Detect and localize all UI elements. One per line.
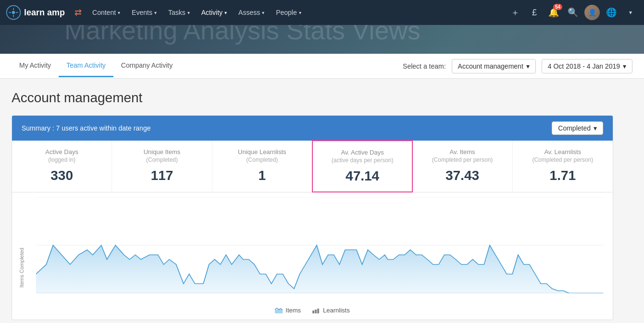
stat-av-active-days: Av. Active Days (active days per person)…	[312, 140, 413, 192]
stat-label: Unique Learnlists	[217, 148, 307, 156]
tab-my-activity[interactable]: My Activity	[12, 55, 59, 77]
stat-sublabel: (Completed per person)	[518, 156, 608, 163]
summary-text: Summary : 7 users active within date ran…	[22, 124, 150, 132]
nav-icons: ＋ £ 🔔 54 🔍 👤 🌐 ▾	[508, 5, 638, 20]
nav-assess[interactable]: Assess ▾	[234, 0, 269, 25]
stat-sublabel: (Completed per person)	[417, 156, 507, 163]
shuffle-icon[interactable]: ⇄	[74, 7, 82, 18]
avatar[interactable]: 👤	[584, 5, 600, 20]
stat-active-days: Active Days (logged in) 330	[12, 141, 112, 192]
team-dropdown[interactable]: Account management ▾	[452, 59, 536, 73]
stat-value: 1.71	[518, 168, 608, 183]
caret-icon: ▾	[594, 124, 597, 132]
stat-value: 47.14	[318, 168, 407, 184]
currency-icon[interactable]: £	[527, 5, 542, 20]
y-axis-label: Items Completed	[19, 248, 25, 287]
card-header: Summary : 7 users active within date ran…	[12, 116, 613, 141]
caret-icon: ▾	[299, 10, 301, 15]
svg-rect-18	[315, 310, 317, 313]
notification-badge: 54	[553, 4, 562, 10]
svg-rect-16	[275, 310, 283, 313]
stat-label: Av. Items	[417, 148, 507, 156]
avatar-image: 👤	[584, 5, 600, 20]
stat-value: 37.43	[417, 168, 507, 183]
stat-sublabel: (Completed)	[117, 156, 207, 163]
logo-icon	[6, 5, 21, 20]
stat-sublabel: (logged in)	[17, 156, 107, 163]
stat-value: 330	[17, 168, 107, 183]
bar-chart-icon	[312, 308, 320, 313]
legend-learnlists-label: Learnlists	[323, 307, 350, 314]
navbar: learn amp ⇄ Content ▾ Events ▾ Tasks ▾ A…	[0, 0, 644, 25]
tab-team-activity[interactable]: Team Activity	[59, 55, 113, 77]
stat-unique-items: Unique Items (Completed) 117	[112, 141, 212, 192]
stats-row: Active Days (logged in) 330 Unique Items…	[12, 141, 613, 192]
nav-people[interactable]: People ▾	[271, 0, 306, 25]
stat-sublabel: (active days per person)	[318, 157, 407, 164]
select-team-label: Select a team:	[403, 62, 446, 70]
caret-icon: ▾	[224, 10, 227, 15]
stat-label: Av. Active Days	[318, 149, 407, 156]
stat-value: 117	[117, 168, 207, 183]
chart-inner: 10 5 0 Nov 01 Dec 01 Jan 01 2019	[36, 197, 603, 293]
area-fill	[36, 245, 603, 293]
tabs-bar: My Activity Team Activity Company Activi…	[0, 54, 644, 79]
main-content: Account management Summary : 7 users act…	[0, 79, 625, 323]
caret-icon: ▾	[187, 10, 190, 15]
stat-label: Av. Learnlists	[518, 148, 608, 156]
legend-items-label: Items	[285, 307, 301, 314]
notifications-button[interactable]: 🔔 54	[546, 5, 561, 20]
page-title: Account management	[12, 90, 613, 106]
chevron-down-icon[interactable]: ▾	[623, 5, 638, 20]
stat-av-learnlists: Av. Learnlists (Completed per person) 1.…	[513, 141, 613, 192]
nav-tasks[interactable]: Tasks ▾	[163, 0, 195, 25]
globe-icon[interactable]: 🌐	[604, 5, 619, 20]
search-button[interactable]: 🔍	[565, 5, 581, 20]
add-button[interactable]: ＋	[508, 5, 523, 20]
svg-rect-17	[312, 311, 314, 313]
stat-unique-learnlists: Unique Learnlists (Completed) 1	[212, 141, 312, 192]
summary-card: Summary : 7 users active within date ran…	[12, 115, 613, 320]
stat-label: Unique Items	[117, 148, 207, 156]
svg-point-1	[12, 11, 15, 14]
stat-av-items: Av. Items (Completed per person) 37.43	[412, 141, 512, 192]
caret-icon: ▾	[154, 10, 157, 15]
area-chart-icon	[275, 308, 283, 313]
svg-rect-19	[317, 309, 319, 313]
legend-items[interactable]: Items	[275, 307, 301, 314]
stat-label: Active Days	[17, 148, 107, 156]
stat-value: 1	[217, 168, 307, 183]
nav-events[interactable]: Events ▾	[127, 0, 161, 25]
logo[interactable]: learn amp	[6, 5, 65, 20]
hero-banner	[0, 25, 644, 54]
caret-icon: ▾	[526, 62, 530, 70]
tabs-list: My Activity Team Activity Company Activi…	[12, 55, 403, 77]
nav-content[interactable]: Content ▾	[87, 0, 125, 25]
caret-icon: ▾	[623, 62, 626, 70]
completed-dropdown[interactable]: Completed ▾	[552, 121, 603, 135]
caret-icon: ▾	[262, 10, 264, 15]
chart-legend: Items Learnlists	[12, 303, 613, 320]
stat-sublabel: (Completed)	[217, 156, 307, 163]
legend-learnlists[interactable]: Learnlists	[312, 307, 350, 314]
tabs-controls: Select a team: Account management ▾ 4 Oc…	[403, 59, 632, 73]
logo-text: learn amp	[24, 8, 65, 18]
chart-container: Items Completed 10 5 0 Nov 01 Dec 01 Jan…	[12, 192, 613, 303]
chart-svg: 10 5 0 Nov 01 Dec 01 Jan 01 2019	[36, 197, 603, 293]
nav-activity[interactable]: Activity ▾	[197, 0, 232, 25]
caret-icon: ▾	[118, 10, 120, 15]
date-dropdown[interactable]: 4 Oct 2018 - 4 Jan 2019 ▾	[542, 59, 632, 73]
tab-company-activity[interactable]: Company Activity	[113, 55, 180, 77]
